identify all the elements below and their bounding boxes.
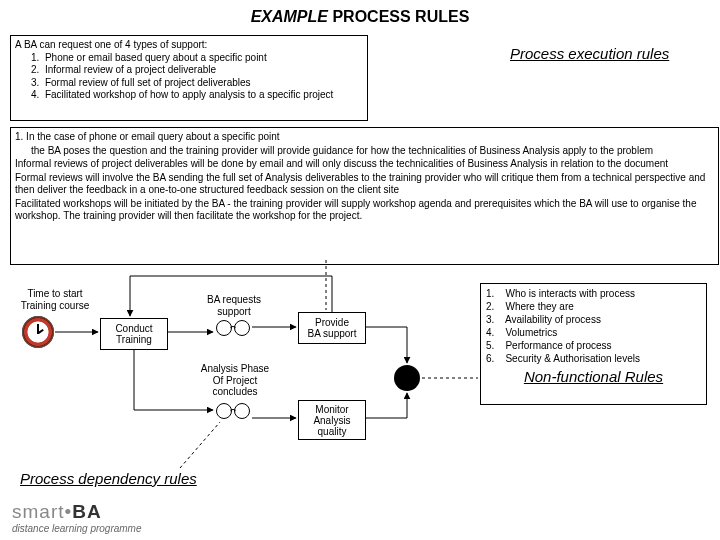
intermediate-event-icon (216, 320, 250, 336)
end-event-icon (394, 365, 420, 391)
non-functional-box: 1. Who is interacts with process 2. Wher… (480, 283, 707, 405)
ba-requests-label: BA requestssupport (198, 294, 270, 317)
smartba-logo: smart•BA distance learning programme (12, 501, 142, 534)
slide-title: EXAMPLE PROCESS RULES (0, 0, 720, 26)
title-rest: PROCESS RULES (328, 8, 469, 25)
nf-item-3: Availability of process (505, 314, 601, 325)
intermediate-event-icon-2 (216, 403, 250, 419)
task-conduct-training: ConductTraining (100, 318, 168, 350)
rule-1-body: the BA poses the question and the traini… (15, 145, 714, 158)
support-type-1: Phone or email based query about a speci… (45, 52, 267, 63)
title-emphasis: EXAMPLE (251, 8, 328, 25)
nf-item-4: Volumetrics (505, 327, 557, 338)
nf-item-2: Where they are (505, 301, 573, 312)
task-provide-support: ProvideBA support (298, 312, 366, 344)
rule-3: Formal reviews will involve the BA sendi… (15, 172, 714, 197)
nf-item-5: Performance of process (505, 340, 611, 351)
support-type-2: Informal review of a project deliverable (45, 64, 216, 75)
support-types-intro: A BA can request one of 4 types of suppo… (15, 39, 363, 52)
support-type-4: Facilitated workshop of how to apply ana… (45, 89, 333, 100)
non-functional-heading: Non-functional Rules (486, 367, 701, 387)
nf-item-6: Security & Authorisation levels (505, 353, 640, 364)
logo-tagline: distance learning programme (12, 523, 142, 534)
rule-4: Facilitated workshops will be initiated … (15, 198, 714, 223)
process-execution-rules-heading: Process execution rules (510, 45, 669, 62)
nf-item-1: Who is interacts with process (505, 288, 635, 299)
process-dependency-rules-heading: Process dependency rules (20, 470, 197, 487)
support-types-box: A BA can request one of 4 types of suppo… (10, 35, 368, 121)
rules-detail-box: 1. In the case of phone or email query a… (10, 127, 719, 265)
rule-1-head: 1. In the case of phone or email query a… (15, 131, 714, 144)
analysis-concludes-label: Analysis PhaseOf Projectconcludes (193, 363, 277, 398)
svg-line-6 (180, 422, 220, 468)
rule-2: Informal reviews of project deliverables… (15, 158, 714, 171)
task-monitor-quality: MonitorAnalysisquality (298, 400, 366, 440)
start-event-label: Time to startTraining course (12, 288, 98, 311)
clock-icon (22, 316, 54, 348)
support-type-3: Formal review of full set of project del… (45, 77, 251, 88)
